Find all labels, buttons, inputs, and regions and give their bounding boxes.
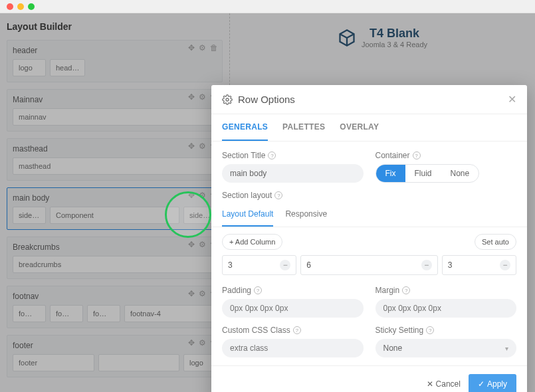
padding-input[interactable] <box>222 299 364 318</box>
tab-palettes[interactable]: PALETTES <box>282 114 325 141</box>
help-icon[interactable]: ? <box>268 151 276 159</box>
container-label: Container? <box>375 151 517 160</box>
column-width-input[interactable]: 6− <box>300 255 438 275</box>
tab-generals[interactable]: GENERALS <box>222 114 268 141</box>
help-icon[interactable]: ? <box>254 286 262 294</box>
cancel-button[interactable]: ✕ Cancel <box>427 374 461 392</box>
container-option-fix[interactable]: Fix <box>376 165 405 182</box>
padding-label: Padding? <box>222 286 364 295</box>
window-minimize-icon[interactable] <box>17 3 24 10</box>
column-width-input[interactable]: 3− <box>442 255 516 275</box>
minus-icon[interactable]: − <box>280 260 290 270</box>
help-icon[interactable]: ? <box>426 326 434 334</box>
subtab-layout-default[interactable]: Layout Default <box>222 204 273 227</box>
row-options-modal: Row Options ✕ GENERALSPALETTESOVERLAY Se… <box>211 85 527 392</box>
css-class-input[interactable] <box>222 339 364 357</box>
sticky-select[interactable]: None ▾ <box>375 339 517 357</box>
container-option-none[interactable]: None <box>441 165 479 182</box>
modal-tabs: GENERALSPALETTESOVERLAY <box>211 114 527 142</box>
minus-icon[interactable]: − <box>500 260 510 270</box>
chevron-down-icon: ▾ <box>505 345 508 352</box>
sticky-label: Sticky Setting? <box>375 326 517 335</box>
margin-label: Margin? <box>375 286 517 295</box>
window-close-icon[interactable] <box>7 3 13 10</box>
container-segmented: FixFluidNone <box>375 164 480 183</box>
subtab-responsive[interactable]: Responsive <box>285 204 327 227</box>
modal-title: Row Options <box>222 94 295 105</box>
section-title-label: Section Title? <box>222 151 364 160</box>
gear-icon <box>222 94 233 105</box>
window-chrome <box>0 0 535 13</box>
close-icon[interactable]: ✕ <box>508 93 516 106</box>
section-title-input[interactable] <box>222 164 364 183</box>
columns-row: 3−6−3− <box>222 255 516 275</box>
css-class-label: Custom CSS Class? <box>222 326 364 335</box>
apply-button[interactable]: ✓ Apply <box>469 374 516 392</box>
help-icon[interactable]: ? <box>293 326 301 334</box>
help-icon[interactable]: ? <box>413 151 421 159</box>
minus-icon[interactable]: − <box>421 260 432 270</box>
container-option-fluid[interactable]: Fluid <box>405 165 441 182</box>
add-column-button[interactable]: + Add Column <box>222 234 282 250</box>
column-width-input[interactable]: 3− <box>222 255 296 275</box>
highlight-annotation <box>165 191 211 238</box>
help-icon[interactable]: ? <box>274 191 282 199</box>
tab-overlay[interactable]: OVERLAY <box>340 114 379 141</box>
layout-subtabs: Layout DefaultResponsive <box>211 204 527 227</box>
svg-point-0 <box>226 98 229 101</box>
set-auto-button[interactable]: Set auto <box>475 234 516 250</box>
margin-input[interactable] <box>375 299 517 318</box>
help-icon[interactable]: ? <box>402 286 410 294</box>
window-zoom-icon[interactable] <box>28 3 35 10</box>
section-layout-label: Section layout? <box>222 191 516 200</box>
